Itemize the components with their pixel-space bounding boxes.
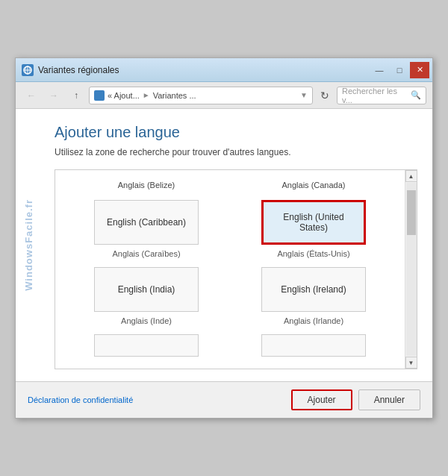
address-separator: ►: [143, 91, 150, 99]
lang-box-us[interactable]: English (United States): [261, 200, 366, 245]
refresh-button[interactable]: ↻: [316, 87, 334, 104]
address-part2: Variantes ...: [153, 91, 196, 100]
footer-buttons: Ajouter Annuler: [291, 389, 420, 410]
language-grid: Anglais (Belize) Anglais (Canada) Englis…: [55, 170, 405, 369]
lang-box-caribbean[interactable]: English (Caribbean): [94, 200, 199, 245]
search-bar[interactable]: Rechercher les v... 🔍: [337, 87, 426, 104]
scrollbar-track: [406, 183, 417, 356]
address-bar: « Ajout... ► Variantes ... ▼: [89, 87, 313, 104]
lang-cell-ireland: English (Ireland) Anglais (Irlande): [230, 263, 397, 330]
scroll-down-button[interactable]: ▼: [405, 357, 417, 369]
scroll-up-button[interactable]: ▲: [405, 170, 417, 182]
titlebar: Variantes régionales — □ ✕: [16, 58, 432, 82]
page-subtitle: Utilisez la zone de recherche pour trouv…: [55, 147, 417, 157]
window-title: Variantes régionales: [38, 65, 119, 75]
main-content: Ajouter une langue Utilisez la zone de r…: [16, 109, 432, 381]
language-grid-container: Anglais (Belize) Anglais (Canada) Englis…: [55, 169, 417, 369]
lang-name-caribbean: English (Caribbean): [107, 217, 186, 228]
search-icon: 🔍: [411, 90, 421, 100]
address-part1: « Ajout...: [108, 91, 140, 100]
lang-name-ireland: English (Ireland): [281, 284, 346, 295]
search-placeholder: Rechercher les v...: [342, 87, 408, 104]
lang-name-us: English (United States): [268, 212, 359, 233]
navbar: ← → ↑ « Ajout... ► Variantes ... ▼ ↻ Rec…: [16, 82, 432, 109]
window-controls: — □ ✕: [370, 62, 429, 78]
forward-button[interactable]: →: [44, 86, 63, 105]
main-window: Variantes régionales — □ ✕ ← → ↑ « Ajout…: [15, 57, 433, 419]
column-header-1: Anglais (Canada): [230, 178, 397, 195]
lang-label-india: Anglais (Inde): [121, 316, 172, 325]
lang-cell-caribbean: English (Caribbean) Anglais (Caraïbes): [63, 195, 230, 263]
scrollbar: ▲ ▼: [405, 170, 417, 369]
privacy-link[interactable]: Déclaration de confidentialité: [28, 395, 133, 404]
lang-cell-us: English (United States) Anglais (États-U…: [230, 195, 397, 263]
up-button[interactable]: ↑: [66, 86, 86, 105]
lang-box-partial-left[interactable]: [94, 334, 199, 357]
lang-cell-india: English (India) Anglais (Inde): [63, 263, 230, 330]
close-button[interactable]: ✕: [410, 62, 429, 78]
maximize-button[interactable]: □: [390, 62, 409, 78]
address-dropdown-icon[interactable]: ▼: [300, 91, 308, 99]
cancel-button[interactable]: Annuler: [358, 389, 420, 410]
scrollbar-thumb[interactable]: [407, 190, 416, 235]
lang-box-ireland[interactable]: English (Ireland): [261, 267, 366, 312]
add-button[interactable]: Ajouter: [291, 389, 352, 410]
lang-cell-partial-right: [230, 330, 397, 361]
page-title: Ajouter une langue: [55, 124, 417, 141]
minimize-button[interactable]: —: [370, 62, 389, 78]
lang-label-caribbean: Anglais (Caraïbes): [112, 249, 180, 258]
column-header-0: Anglais (Belize): [63, 178, 230, 195]
content-area: WindowsFacile.fr Ajouter une langue Util…: [16, 109, 432, 381]
lang-label-us: Anglais (États-Unis): [277, 249, 349, 258]
lang-box-india[interactable]: English (India): [94, 267, 199, 312]
lang-box-partial-right[interactable]: [261, 334, 366, 357]
lang-label-ireland: Anglais (Irlande): [284, 316, 343, 325]
lang-name-india: English (India): [118, 284, 175, 295]
window-icon: [22, 64, 34, 76]
back-button[interactable]: ←: [22, 86, 41, 105]
titlebar-left: Variantes régionales: [22, 64, 119, 76]
footer: Déclaration de confidentialité Ajouter A…: [16, 381, 432, 418]
lang-cell-partial-left: [63, 330, 230, 361]
address-globe-icon: [94, 90, 105, 101]
